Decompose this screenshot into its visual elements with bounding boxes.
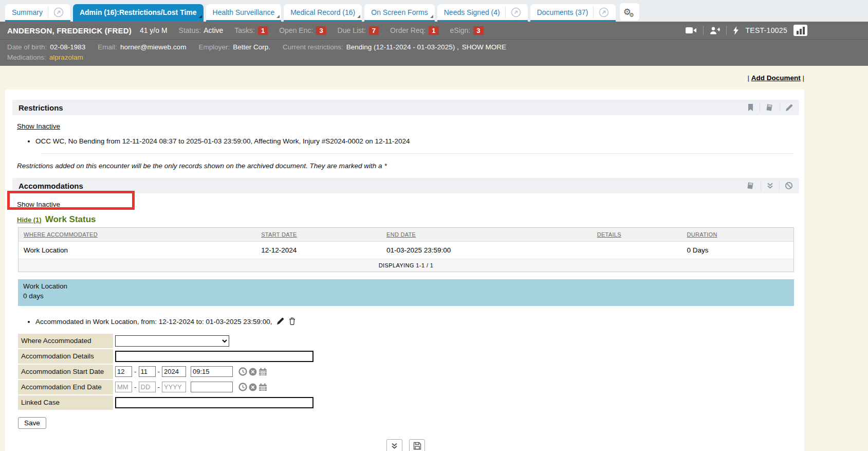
hide-count-link[interactable]: Hide (1) <box>17 216 42 224</box>
table-row[interactable]: Work Location 12-12-2024 01-03-2025 23:5… <box>19 242 794 259</box>
cell-start: 12-12-2024 <box>256 242 381 259</box>
work-status-title: Work Status <box>45 214 96 225</box>
open-in-new-icon[interactable] <box>53 7 64 17</box>
tab-health-surveillance[interactable]: Health Surveillance <box>206 4 282 22</box>
restrictions-note: Restrictions added on this encounter wil… <box>17 162 799 170</box>
video-camera-icon[interactable] <box>686 27 697 34</box>
end-day-input[interactable] <box>139 382 156 392</box>
tab-label: Admin (16):Restrictions/Lost Time <box>80 8 197 16</box>
medications-value[interactable]: alprazolam <box>49 53 83 61</box>
counter-due-list: Due List: 7 <box>338 26 379 35</box>
start-time-input[interactable] <box>191 366 233 377</box>
settings-button[interactable]: ⚙⚙ <box>620 3 639 21</box>
where-accommodated-select[interactable] <box>115 335 229 347</box>
pipe: | <box>747 74 749 82</box>
expand-all-button[interactable] <box>386 439 402 451</box>
start-day-input[interactable] <box>139 366 156 377</box>
column-where-accommodated[interactable]: WHERE ACCOMMODATED <box>19 228 256 242</box>
clear-circle-icon[interactable] <box>249 383 257 391</box>
due-list-badge[interactable]: 7 <box>369 26 379 35</box>
end-year-input[interactable] <box>162 382 186 392</box>
start-year-input[interactable] <box>162 366 186 377</box>
double-chevron-down-icon[interactable] <box>766 182 774 189</box>
end-month-input[interactable] <box>115 382 132 392</box>
email-label: Email: <box>98 43 117 51</box>
banner-line1: Work Location <box>23 282 789 292</box>
tab-needs-signed[interactable]: Needs Signed (4) <box>437 4 528 22</box>
panel-bottom-actions <box>12 439 799 451</box>
patient-info-bar: Date of birth: 02-08-1983 Email: horner@… <box>0 39 868 66</box>
table-footer-row: DISPLAYING 1-1 / 1 <box>19 259 794 272</box>
current-restrictions-value: Bending (12-11-2024 - 01-03-2025) , <box>346 43 459 51</box>
save-disk-button[interactable] <box>409 439 425 451</box>
dob-value: 02-08-1983 <box>50 43 85 51</box>
cell-duration: 0 Days <box>682 242 794 259</box>
start-month-input[interactable] <box>115 366 132 377</box>
tab-divider <box>48 7 48 18</box>
end-time-input[interactable] <box>191 382 233 392</box>
pencil-icon[interactable] <box>785 104 793 112</box>
tab-admin-restrictions[interactable]: Admin (16):Restrictions/Lost Time <box>73 4 204 22</box>
accommodation-form: Where Accommodated Accommodation Details… <box>18 333 313 411</box>
work-status-table: WHERE ACCOMMODATED START DATE END DATE D… <box>18 227 794 272</box>
linked-case-label: Linked Case <box>18 395 113 410</box>
no-symbol-icon[interactable] <box>785 182 793 190</box>
edit-pencil-icon[interactable] <box>276 317 284 325</box>
book-icon[interactable] <box>746 182 755 190</box>
accommodations-header-icons <box>746 181 793 190</box>
tab-summary[interactable]: Summary <box>5 4 70 22</box>
page-body: | Add Document | Restrictions Show Inact… <box>0 66 868 451</box>
tab-label: Health Surveillance <box>213 8 275 16</box>
order-req-badge[interactable]: 1 <box>429 26 438 35</box>
content-panel: Restrictions Show Inactive OCC WC, No Be… <box>5 89 804 451</box>
clock-icon[interactable] <box>238 383 247 391</box>
employer-value: Better Corp. <box>233 43 270 51</box>
bar-chart-icon[interactable] <box>793 25 807 36</box>
column-start-date[interactable]: START DATE <box>256 228 381 242</box>
tasks-badge[interactable]: 1 <box>258 26 268 35</box>
open-in-new-icon[interactable] <box>511 7 521 17</box>
restrictions-title: Restrictions <box>19 103 63 112</box>
double-chevron-down-icon <box>391 442 398 449</box>
restrictions-header-icons <box>747 103 793 112</box>
linked-case-input[interactable] <box>115 397 313 408</box>
accommodation-start-date-label: Accommodation Start Date <box>18 365 113 379</box>
restrictions-section-header: Restrictions <box>12 100 799 115</box>
cell-where: Work Location <box>19 242 256 259</box>
cell-end: 01-03-2025 23:59:00 <box>381 242 592 259</box>
clock-icon[interactable] <box>238 367 247 376</box>
open-in-new-icon[interactable] <box>599 7 609 17</box>
show-more-link[interactable]: SHOW MORE <box>462 43 506 51</box>
esign-badge[interactable]: 3 <box>473 26 483 35</box>
save-button[interactable]: Save <box>18 417 46 429</box>
tab-documents[interactable]: Documents (37) <box>530 4 616 22</box>
book-icon[interactable] <box>765 103 774 112</box>
table-paging-status: DISPLAYING 1-1 / 1 <box>19 259 794 272</box>
accommodation-details-label: Accommodation Details <box>18 349 113 364</box>
work-location-summary-banner: Work Location 0 days <box>18 279 794 306</box>
column-duration[interactable]: DURATION <box>682 228 794 242</box>
bookmark-icon[interactable] <box>747 103 754 112</box>
calendar-icon[interactable] <box>258 383 267 391</box>
open-enc-badge[interactable]: 3 <box>316 26 326 35</box>
add-person-icon[interactable] <box>710 27 720 34</box>
column-details[interactable]: DETAILS <box>592 228 682 242</box>
tab-divider <box>505 7 506 18</box>
restrictions-show-inactive-link[interactable]: Show Inactive <box>17 122 60 130</box>
add-document-link[interactable]: Add Document <box>751 74 801 82</box>
tab-medical-record[interactable]: Medical Record (16) <box>284 4 362 22</box>
trash-icon[interactable] <box>289 317 296 325</box>
column-end-date[interactable]: END DATE <box>381 228 592 242</box>
tab-bar: Summary Admin (16):Restrictions/Lost Tim… <box>0 0 868 22</box>
accommodations-show-inactive-link[interactable]: Show Inactive <box>17 201 60 208</box>
tab-label: Medical Record (16) <box>290 8 355 16</box>
accommodation-details-input[interactable] <box>115 351 313 362</box>
tab-on-screen-forms[interactable]: On Screen Forms <box>364 4 434 22</box>
lightning-icon[interactable] <box>733 26 739 35</box>
medications-label: Medications: <box>7 53 46 61</box>
calendar-icon[interactable] <box>258 368 267 376</box>
clear-circle-icon[interactable] <box>249 368 257 376</box>
accommodation-entry: Accommodated in Work Location, from: 12-… <box>35 317 799 326</box>
counter-order-req: Order Req: 1 <box>390 26 438 35</box>
pipe: | <box>802 74 804 82</box>
